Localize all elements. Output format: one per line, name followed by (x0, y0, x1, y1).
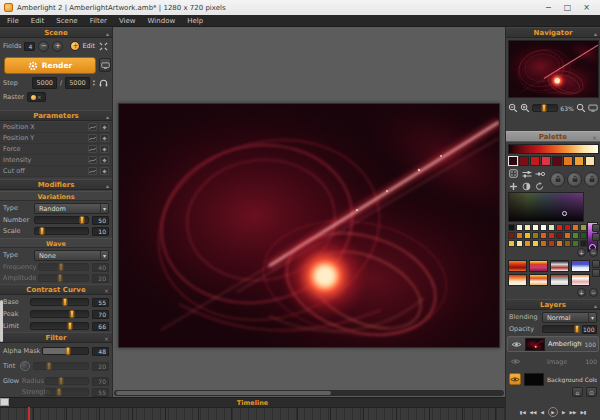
mixer-icon[interactable] (521, 169, 532, 178)
base-slider[interactable] (30, 298, 89, 306)
color-swatch[interactable] (508, 224, 515, 231)
artwork-canvas[interactable] (118, 103, 500, 348)
limit-value[interactable]: 66 (92, 322, 109, 331)
fast-forward-button[interactable]: ▶▶ (569, 410, 576, 415)
color-swatch[interactable] (524, 232, 531, 239)
gradient-preset[interactable] (571, 274, 590, 286)
scale-slider[interactable] (34, 227, 89, 235)
number-slider[interactable] (34, 216, 89, 224)
dice-icon[interactable] (508, 169, 519, 178)
color-swatch[interactable] (556, 224, 563, 231)
tint-value[interactable]: 20 (92, 362, 109, 371)
render-settings-button[interactable] (99, 58, 111, 72)
go-to-start-button[interactable]: ▮◀ (520, 410, 526, 415)
edit-fields-button[interactable]: + Edit (70, 41, 95, 51)
color-swatch[interactable] (580, 224, 587, 231)
color-field-cursor[interactable] (562, 211, 567, 216)
step-forward-button[interactable]: ▶ (562, 410, 565, 415)
go-to-end-button[interactable]: ▶▮ (580, 410, 586, 415)
play-button[interactable]: ▶ (548, 407, 558, 417)
menu-filter[interactable]: Filter (90, 17, 107, 25)
color-swatch[interactable] (532, 240, 539, 247)
base-value[interactable]: 55 (92, 298, 109, 307)
contrast-curve-section-header[interactable]: Contrast Curve × (0, 284, 112, 295)
color-swatch[interactable] (548, 232, 555, 239)
color-swatch[interactable] (532, 224, 539, 231)
link-slider-icon[interactable] (534, 169, 545, 178)
remove-color-button[interactable]: − (589, 248, 598, 257)
parameters-section-header[interactable]: Parameters ▴ (0, 110, 112, 121)
layer-row-image[interactable]: Image 100 (507, 354, 599, 369)
step-back-button[interactable]: ◀ (541, 410, 544, 415)
collapse-icon[interactable]: ▴ (594, 300, 597, 311)
collapse-icon[interactable]: ▴ (106, 28, 109, 39)
color-swatch[interactable] (524, 240, 531, 247)
variation-type-dropdown[interactable]: Random ▾ (34, 203, 109, 214)
glow-radius-slider[interactable] (45, 377, 89, 385)
fields-value[interactable]: 4 (24, 42, 35, 51)
gradient-preset[interactable] (550, 260, 569, 272)
close-button[interactable]: × (583, 0, 590, 15)
menu-file[interactable]: File (7, 17, 19, 25)
collapse-icon[interactable]: ▴ (594, 28, 597, 39)
color-swatch[interactable] (508, 240, 515, 247)
wave-type-dropdown[interactable]: None ▾ (34, 250, 109, 261)
menu-window[interactable]: Window (148, 17, 176, 25)
filter-section-header[interactable]: Filter × (0, 332, 112, 343)
gradient-scroll-up-button[interactable] (592, 260, 600, 268)
target-icon[interactable]: ⊙ (586, 387, 597, 397)
keyframe-icon[interactable] (100, 145, 109, 153)
palette-tab[interactable]: Palette × (506, 131, 600, 142)
blending-dropdown[interactable]: Normal ▾ (542, 312, 597, 323)
keyframe-icon[interactable] (100, 123, 109, 131)
glow-strength-slider[interactable] (45, 388, 89, 396)
timeline-playhead[interactable] (28, 407, 30, 420)
color-swatch[interactable] (540, 240, 547, 247)
canvas-workspace[interactable] (113, 27, 505, 397)
alpha-mask-slider[interactable] (42, 347, 89, 355)
gradient-preset[interactable] (550, 274, 569, 286)
gradient-preset[interactable] (508, 274, 527, 286)
timeline-section-header[interactable]: Timeline (0, 397, 505, 407)
navigator-preview[interactable] (508, 40, 599, 98)
zoom-in-icon[interactable] (520, 104, 530, 113)
expand-icon[interactable] (98, 42, 109, 51)
peak-slider[interactable] (30, 310, 89, 318)
left-panel-scrollbar[interactable] (0, 300, 3, 342)
keyframe-icon[interactable] (100, 134, 109, 142)
layers-section-header[interactable]: Layers ▴ (506, 299, 600, 310)
collapse-icon[interactable]: ▴ (106, 111, 109, 122)
palette-swatch[interactable] (585, 156, 595, 166)
color-swatch[interactable] (532, 232, 539, 239)
color-swatch[interactable] (516, 224, 523, 231)
opacity-slider[interactable] (542, 325, 579, 333)
eye-icon[interactable] (510, 338, 522, 350)
layer-row-background-color[interactable]: Background Color (507, 371, 599, 387)
gradient-scroll-down-button[interactable] (592, 269, 600, 277)
step-total[interactable]: 5000 (65, 77, 90, 89)
scale-value[interactable]: 10 (92, 227, 109, 236)
lock-icon[interactable] (550, 172, 565, 187)
color-swatch[interactable] (556, 240, 563, 247)
close-icon[interactable]: × (592, 132, 597, 143)
keyframe-icon[interactable] (100, 167, 109, 175)
lock-icon[interactable] (567, 172, 582, 187)
curve-icon[interactable] (88, 123, 97, 131)
step-stepper[interactable]: ▴ ▾ (93, 79, 95, 87)
color-swatch[interactable] (540, 224, 547, 231)
navigator-section-header[interactable]: Navigator ▴ (506, 27, 600, 38)
color-swatch[interactable] (564, 224, 571, 231)
keyframe-icon[interactable] (100, 156, 109, 164)
frequency-slider[interactable] (38, 263, 89, 271)
lock-icon[interactable] (584, 172, 599, 187)
raster-toggle[interactable]: × (27, 92, 46, 102)
frequency-value[interactable]: 40 (92, 263, 109, 272)
eye-icon[interactable] (509, 373, 521, 385)
menu-view[interactable]: View (119, 17, 136, 25)
step-current[interactable]: 5000 (32, 77, 57, 89)
gradient-preset[interactable] (508, 260, 527, 272)
curve-icon[interactable] (88, 156, 97, 164)
close-icon[interactable]: × (104, 333, 109, 344)
palette-swatch[interactable] (530, 156, 540, 166)
palette-gradient-bar[interactable] (508, 144, 599, 154)
